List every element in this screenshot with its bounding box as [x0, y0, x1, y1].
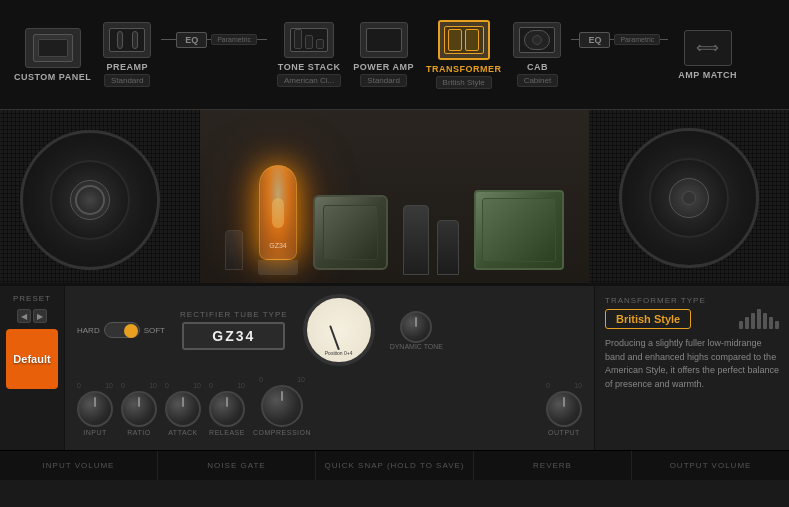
- transformer-sublabel: British Style: [436, 76, 492, 89]
- release-scale: 010: [209, 382, 245, 389]
- soft-label: SOFT: [144, 326, 165, 335]
- ratio-scale: 010: [121, 382, 157, 389]
- left-speaker-grille: [0, 110, 200, 285]
- rectifier-tube-label: RECTIFIER TUBE TYPE: [180, 310, 288, 319]
- custom-panel-label: CUSTOM PANEL: [14, 72, 91, 82]
- top-navigation: CUSTOM PANEL PREAMP Standard EQ Parametr…: [0, 0, 789, 110]
- nav-item-amp-match[interactable]: ⟺ AMP MATCH: [672, 30, 743, 80]
- input-knob[interactable]: [77, 391, 113, 427]
- preset-arrows: ◀ ▶: [17, 309, 47, 323]
- quick-snap-button[interactable]: QUICK SNAP (HOLD TO SAVE): [316, 451, 474, 480]
- transformer-label: TRANSFORMER: [426, 64, 502, 74]
- attack-knob[interactable]: [165, 391, 201, 427]
- nav-item-tone-stack[interactable]: TONE STACK American Cl...: [271, 22, 347, 87]
- compression-label: COMPRESSION: [253, 429, 311, 436]
- nav-item-preamp[interactable]: PREAMP Standard: [97, 22, 157, 87]
- tone-stack-icon: [284, 22, 334, 58]
- ratio-knob[interactable]: [121, 391, 157, 427]
- attack-knob-group: 010 ATTACK: [165, 382, 201, 436]
- dynamic-tone-label: DYNAMIC TONE: [390, 343, 443, 350]
- amp-match-icon: ⟺: [684, 30, 732, 66]
- tone-stack-sublabel: American Cl...: [277, 74, 341, 87]
- main-tube: GZ34: [258, 165, 298, 275]
- main-controls: HARD SOFT RECTIFIER TUBE TYPE GZ34 Posit…: [65, 286, 594, 450]
- ratio-knob-group: 010 RATIO: [121, 382, 157, 436]
- nav-item-transformer[interactable]: TRANSFORMER British Style: [420, 20, 508, 89]
- attack-scale: 010: [165, 382, 201, 389]
- controls-section: PRESET ◀ ▶ Default HARD SOFT RECTIFIER T…: [0, 285, 789, 450]
- hard-soft-toggle: HARD SOFT: [77, 322, 165, 338]
- release-label: RELEASE: [209, 429, 245, 436]
- compression-knob-group: 010 COMPRESSION: [253, 376, 311, 436]
- ratio-label: RATIO: [127, 429, 150, 436]
- cab-label: CAB: [527, 62, 548, 72]
- speaker-center-cap: [75, 185, 105, 215]
- quick-snap-label: QUICK SNAP (HOLD TO SAVE): [325, 461, 465, 470]
- amp-match-label: AMP MATCH: [678, 70, 737, 80]
- transformer-icon: [438, 20, 490, 60]
- speaker-icon: [739, 309, 779, 329]
- tone-stack-label: TONE STACK: [278, 62, 341, 72]
- transformer-type-section: TRANSFORMER TYPE British Style: [605, 296, 706, 329]
- output-scale: 010: [546, 382, 582, 389]
- speaker-cone: [20, 130, 160, 270]
- compression-knob[interactable]: [261, 385, 303, 427]
- preset-panel: PRESET ◀ ▶ Default: [0, 286, 65, 450]
- output-label: OUTPUT: [548, 429, 580, 436]
- info-panel: TRANSFORMER TYPE British Style Producing…: [594, 286, 789, 450]
- nav-item-cab[interactable]: CAB Cabinet: [507, 22, 567, 87]
- rectifier-tube-display: GZ34: [182, 322, 285, 350]
- output-volume-button[interactable]: OUTPUT VOLUME: [632, 451, 789, 480]
- dynamic-tone-section: DYNAMIC TONE: [390, 311, 443, 350]
- eq2-label[interactable]: EQ: [579, 32, 610, 48]
- input-knob-group: 010 INPUT: [77, 382, 113, 436]
- input-label: INPUT: [83, 429, 107, 436]
- preset-next-button[interactable]: ▶: [33, 309, 47, 323]
- vu-meter: Position 0+4: [303, 294, 375, 366]
- right-transformer: [474, 190, 564, 270]
- preset-prev-button[interactable]: ◀: [17, 309, 31, 323]
- cab-sublabel: Cabinet: [517, 74, 559, 87]
- release-knob-group: 010 RELEASE: [209, 382, 245, 436]
- preamp-icon: [103, 22, 151, 58]
- dynamic-tone-knob[interactable]: [400, 311, 432, 343]
- output-knob[interactable]: [546, 391, 582, 427]
- hard-label: HARD: [77, 326, 100, 335]
- knobs-row: 010 INPUT 010 RATIO 010 ATTACK 010 RELEA…: [77, 376, 582, 436]
- input-volume-label: INPUT VOLUME: [43, 461, 115, 470]
- bottom-bar: INPUT VOLUME NOISE GATE QUICK SNAP (HOLD…: [0, 450, 789, 480]
- preamp-sublabel: Standard: [104, 74, 150, 87]
- right-speaker-grille: [589, 110, 789, 285]
- custom-panel-icon: [25, 28, 81, 68]
- power-amp-sublabel: Standard: [360, 74, 406, 87]
- nav-item-power-amp[interactable]: POWER AMP Standard: [347, 22, 420, 87]
- toggle-switch[interactable]: [104, 322, 140, 338]
- transformer-type-label: TRANSFORMER TYPE: [605, 296, 706, 305]
- nav-item-custom-panel[interactable]: CUSTOM PANEL: [8, 28, 97, 82]
- noise-gate-label: NOISE GATE: [207, 461, 265, 470]
- output-volume-label: OUTPUT VOLUME: [670, 461, 752, 470]
- reverb-label: REVERB: [533, 461, 572, 470]
- input-scale: 010: [77, 382, 113, 389]
- reverb-button[interactable]: REVERB: [474, 451, 632, 480]
- amp-visualization: GZ34: [0, 110, 789, 285]
- transformer-header: TRANSFORMER TYPE British Style: [605, 296, 779, 329]
- power-amp-label: POWER AMP: [353, 62, 414, 72]
- tubes-section: GZ34: [200, 110, 589, 285]
- output-knob-group: 010 OUTPUT: [546, 382, 582, 436]
- input-volume-button[interactable]: INPUT VOLUME: [0, 451, 158, 480]
- noise-gate-button[interactable]: NOISE GATE: [158, 451, 316, 480]
- attack-label: ATTACK: [168, 429, 198, 436]
- center-transformer: [313, 195, 388, 270]
- controls-top-row: HARD SOFT RECTIFIER TUBE TYPE GZ34 Posit…: [77, 294, 582, 366]
- preset-name-display: Default: [6, 329, 58, 389]
- eq1-label[interactable]: EQ: [176, 32, 207, 48]
- vu-label: Position 0+4: [325, 350, 353, 356]
- tube-type-section: RECTIFIER TUBE TYPE GZ34: [180, 310, 288, 350]
- release-knob[interactable]: [209, 391, 245, 427]
- power-amp-icon: [360, 22, 408, 58]
- preset-label: PRESET: [13, 294, 51, 303]
- compression-scale: 010: [259, 376, 305, 383]
- transformer-description: Producing a slightly fuller low-midrange…: [605, 337, 779, 391]
- eq2-sublabel: Parametric: [614, 34, 660, 45]
